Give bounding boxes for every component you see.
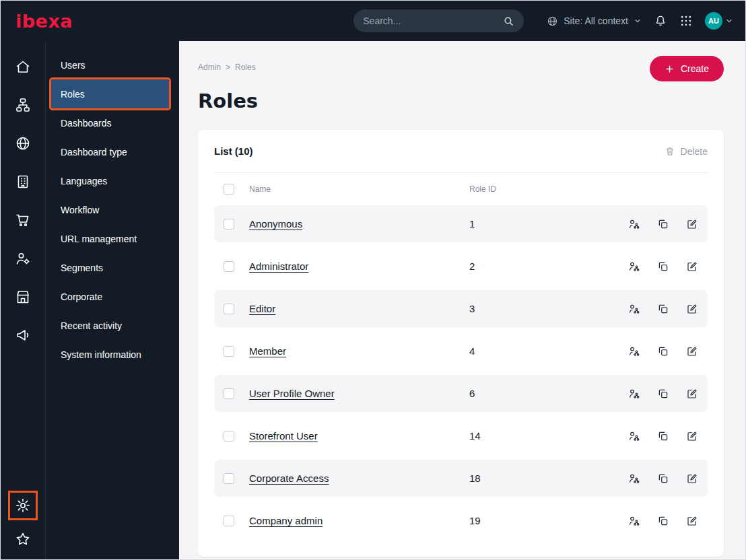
assign-icon[interactable] — [628, 303, 640, 315]
copy-icon[interactable] — [657, 388, 669, 400]
table-row: Administrator 2 — [214, 248, 708, 285]
role-name-link[interactable]: User Profile Owner — [249, 388, 456, 399]
assign-icon[interactable] — [628, 218, 640, 230]
cart-icon[interactable] — [15, 212, 31, 228]
row-checkbox[interactable] — [224, 304, 234, 314]
edit-icon[interactable] — [686, 388, 698, 400]
chevron-down-icon — [725, 17, 733, 25]
role-name-link[interactable]: Storefront User — [249, 430, 456, 442]
row-checkbox[interactable] — [224, 388, 234, 399]
sidebar-item-url-management[interactable]: URL management — [51, 224, 169, 253]
breadcrumb-parent[interactable]: Admin — [198, 63, 221, 72]
page-title: Roles — [198, 90, 724, 112]
copy-icon[interactable] — [657, 260, 669, 273]
role-name-link[interactable]: Member — [249, 345, 456, 357]
edit-icon[interactable] — [686, 473, 698, 485]
assign-icon[interactable] — [628, 473, 640, 485]
role-id: 18 — [469, 473, 615, 484]
edit-icon[interactable] — [686, 430, 698, 442]
table-row: Company admin 19 — [214, 502, 708, 539]
table-row: Member 4 — [214, 332, 708, 370]
sidebar-item-corporate[interactable]: Corporate — [51, 282, 169, 311]
topbar-right: Site: All context AU — [547, 12, 733, 30]
search-placeholder: Search... — [363, 15, 401, 26]
home-icon[interactable] — [15, 59, 31, 75]
edit-icon[interactable] — [686, 218, 698, 230]
assign-icon[interactable] — [628, 345, 640, 357]
role-id: 14 — [469, 430, 615, 442]
bell-icon — [654, 14, 667, 28]
sidebar-item-recent-activity[interactable]: Recent activity — [51, 311, 169, 340]
assign-icon[interactable] — [628, 260, 640, 273]
site-context-label: Site: All context — [564, 15, 628, 26]
table-row: User Profile Owner 6 — [214, 375, 708, 412]
delete-button[interactable]: Delete — [665, 146, 708, 157]
role-name-link[interactable]: Anonymous — [249, 218, 456, 230]
app-grid-button[interactable] — [679, 14, 693, 28]
trash-icon — [665, 146, 675, 157]
copy-icon[interactable] — [657, 303, 669, 315]
sidebar-item-dashboards[interactable]: Dashboards — [51, 108, 169, 137]
search-input[interactable]: Search... — [353, 9, 524, 32]
settings-gear-icon — [15, 497, 31, 514]
site-context-selector[interactable]: Site: All context — [547, 15, 642, 27]
search-icon — [503, 15, 514, 27]
copy-icon[interactable] — [657, 218, 669, 230]
table-row: Anonymous 1 — [214, 205, 708, 242]
sidebar-item-dashboard-type[interactable]: Dashboard type — [51, 137, 169, 166]
role-id: 4 — [469, 345, 615, 357]
breadcrumb-separator: > — [226, 63, 230, 72]
edit-icon[interactable] — [686, 260, 698, 273]
sidebar-item-roles[interactable]: Roles — [51, 79, 169, 108]
sidebar-item-languages[interactable]: Languages — [51, 166, 169, 195]
role-name-link[interactable]: Company admin — [249, 515, 456, 526]
table-header: Name Role ID — [214, 173, 708, 205]
star-icon[interactable] — [15, 531, 31, 547]
content-tree-icon[interactable] — [15, 97, 31, 113]
row-checkbox[interactable] — [224, 261, 234, 272]
user-menu[interactable]: AU — [705, 12, 733, 30]
row-checkbox[interactable] — [224, 473, 234, 484]
megaphone-icon[interactable] — [15, 327, 31, 343]
notifications-button[interactable] — [654, 14, 667, 28]
sidebar-item-users[interactable]: Users — [51, 50, 169, 79]
row-checkbox[interactable] — [224, 516, 234, 526]
create-button[interactable]: Create — [650, 56, 724, 81]
sidebar-item-system-information[interactable]: System information — [51, 340, 169, 369]
role-name-link[interactable]: Corporate Access — [249, 473, 456, 484]
settings-button[interactable] — [8, 491, 38, 520]
copy-icon[interactable] — [657, 473, 669, 485]
storefront-icon[interactable] — [15, 289, 31, 305]
role-name-link[interactable]: Editor — [249, 303, 456, 314]
edit-icon[interactable] — [686, 303, 698, 315]
copy-icon[interactable] — [657, 515, 669, 527]
assign-icon[interactable] — [628, 388, 640, 400]
copy-icon[interactable] — [657, 345, 669, 357]
user-settings-icon[interactable] — [15, 250, 31, 267]
edit-icon[interactable] — [686, 515, 698, 527]
table-row: Corporate Access 18 — [214, 460, 708, 497]
sidebar-item-segments[interactable]: Segments — [51, 253, 169, 282]
copy-icon[interactable] — [657, 430, 669, 442]
breadcrumb: Admin > Roles — [198, 63, 256, 72]
chevron-down-icon — [634, 17, 642, 25]
select-all-checkbox[interactable] — [224, 184, 234, 195]
sidebar-item-workflow[interactable]: Workflow — [51, 195, 169, 224]
row-checkbox[interactable] — [224, 346, 234, 357]
row-checkbox[interactable] — [224, 431, 234, 442]
assign-icon[interactable] — [628, 430, 640, 442]
assign-icon[interactable] — [628, 515, 640, 527]
edit-icon[interactable] — [686, 345, 698, 357]
role-name-link[interactable]: Administrator — [249, 260, 456, 272]
ibexa-logo: ibexa — [15, 11, 73, 32]
avatar: AU — [705, 12, 722, 30]
role-id: 2 — [469, 260, 615, 272]
plus-icon — [665, 64, 675, 74]
building-icon[interactable] — [15, 174, 31, 190]
grid-dots-icon — [679, 14, 693, 28]
main-content: Admin > Roles Create Roles List (10) Del… — [179, 41, 745, 559]
globe-icon[interactable] — [15, 135, 31, 151]
row-checkbox[interactable] — [224, 219, 234, 230]
globe-icon — [547, 15, 558, 27]
role-id: 1 — [469, 218, 615, 230]
